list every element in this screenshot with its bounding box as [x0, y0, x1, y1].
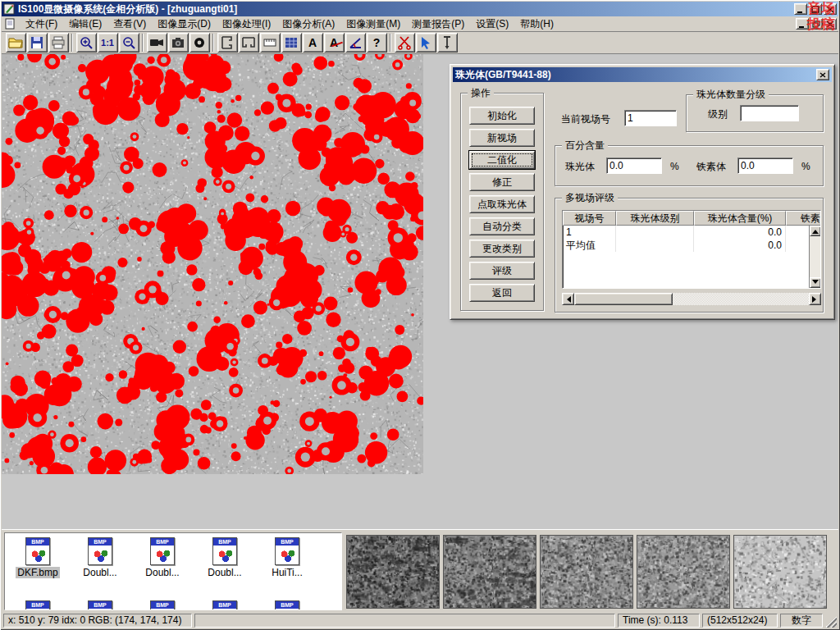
menu-item-image-process[interactable]: 图像处理(I): [217, 16, 276, 33]
binarize-button[interactable]: 二值化: [469, 151, 535, 169]
grade-group-label: 珠光体数量分级: [693, 89, 769, 100]
thumbnail-3[interactable]: [540, 535, 633, 609]
correct-button[interactable]: 修正: [469, 173, 535, 191]
file-item[interactable]: BMP: [131, 600, 194, 610]
file-name[interactable]: DKF.bmp: [16, 567, 59, 578]
actual-size-icon[interactable]: 1:1: [98, 33, 118, 52]
menu-item-view[interactable]: 查看(V): [107, 16, 152, 33]
menu-item-image-analysis[interactable]: 图像分析(A): [276, 16, 340, 33]
change-class-button[interactable]: 更改类别: [469, 240, 535, 258]
auto-classify-button[interactable]: 自动分类: [469, 217, 535, 235]
zoom-in-icon[interactable]: [76, 33, 97, 52]
pick-pearlite-button[interactable]: 点取珠光体: [469, 195, 535, 213]
percent-group-label: 百分含量: [562, 139, 608, 151]
scroll-up-icon[interactable]: [810, 226, 821, 236]
ruler-icon[interactable]: [260, 33, 281, 52]
grid-icon[interactable]: [281, 33, 302, 52]
plumb-ruler-icon[interactable]: [437, 33, 458, 52]
file-name[interactable]: Doubl...: [206, 567, 243, 578]
thumbnail-5[interactable]: [733, 535, 827, 609]
still-camera-icon[interactable]: [168, 33, 189, 52]
pearlite-dialog: 珠光体(GB/T9441-88) 操作 初始化 新视场 二值化 修正 点取珠光体…: [450, 64, 835, 320]
status-mode: 数字: [780, 614, 823, 628]
file-item[interactable]: BMP Doubl...: [194, 537, 256, 578]
metallograph-image[interactable]: [2, 54, 423, 474]
app-icon: [3, 3, 15, 15]
zoom-out-icon[interactable]: [119, 33, 139, 52]
caliper-vertical-icon[interactable]: [239, 33, 259, 52]
thumbnail-1[interactable]: [346, 535, 440, 609]
col-field-number[interactable]: 视场号: [563, 211, 616, 226]
menu-item-image-measure[interactable]: 图像测量(M): [340, 16, 406, 33]
print-icon[interactable]: [48, 33, 69, 52]
workspace: 珠光体(GB/T9441-88) 操作 初始化 新视场 二值化 修正 点取珠光体…: [2, 54, 838, 529]
mdi-restore-button[interactable]: [810, 18, 823, 30]
current-field-input[interactable]: [624, 110, 677, 126]
thumbnail-4[interactable]: [637, 535, 730, 609]
mdi-close-button[interactable]: [824, 18, 837, 30]
pointer-icon[interactable]: [416, 33, 436, 52]
record-icon[interactable]: [189, 33, 210, 52]
col-pearlite-content[interactable]: 珠光体含量(%): [694, 211, 786, 226]
percent-group: 百分含量 珠光体 % 铁素体 %: [555, 145, 824, 186]
scroll-down-icon[interactable]: [810, 277, 821, 288]
toolbar-separator: [212, 34, 214, 52]
file-item[interactable]: BMP HuiTi...: [256, 537, 318, 578]
text-icon[interactable]: A: [303, 33, 323, 52]
ferrite-percent-input[interactable]: [737, 158, 793, 174]
grade-group: 珠光体数量分级 级别: [686, 94, 824, 132]
toolbar-separator: [142, 34, 144, 52]
file-list[interactable]: BMP DKF.bmp BMP Doubl... BMP Doubl... BM…: [4, 532, 342, 610]
video-camera-icon[interactable]: [147, 33, 167, 52]
save-icon[interactable]: [27, 33, 48, 52]
thumbnail-2[interactable]: [443, 535, 536, 609]
table-row[interactable]: 平均值 0.0: [563, 239, 820, 252]
file-item[interactable]: BMP Doubl...: [69, 537, 131, 578]
grade-button[interactable]: 评级: [469, 262, 535, 280]
close-button[interactable]: [824, 3, 837, 15]
return-button[interactable]: 返回: [469, 284, 535, 302]
caliper-icon[interactable]: [217, 33, 238, 52]
file-name[interactable]: Doubl...: [81, 567, 118, 578]
scroll-left-icon[interactable]: [562, 293, 574, 305]
menu-item-settings[interactable]: 设置(S): [470, 16, 514, 33]
file-item[interactable]: BMP: [7, 600, 69, 610]
mdi-minimize-button[interactable]: [796, 18, 809, 30]
file-name[interactable]: HuiTi...: [270, 567, 304, 578]
grade-level-input[interactable]: [740, 105, 799, 121]
resize-grip[interactable]: [825, 616, 837, 628]
table-horizontal-scrollbar[interactable]: [562, 293, 821, 305]
menu-item-edit[interactable]: 编辑(E): [63, 16, 107, 33]
scroll-right-icon[interactable]: [809, 293, 821, 305]
cut-icon[interactable]: [395, 33, 415, 52]
file-item[interactable]: BMP: [194, 600, 256, 610]
file-item-dkf[interactable]: BMP DKF.bmp: [7, 537, 69, 578]
menu-item-measure-report[interactable]: 测量报告(P): [406, 16, 470, 33]
ferrite-label: 铁素体: [696, 160, 726, 173]
maximize-button[interactable]: [809, 3, 822, 15]
menu-item-help[interactable]: 帮助(H): [514, 16, 559, 33]
multi-field-group: 多视场评级 视场号 珠光体级别 珠光体含量(%) 铁素 1 0.0: [555, 198, 824, 313]
text-style-icon[interactable]: A: [324, 33, 345, 52]
file-item[interactable]: BMP: [256, 600, 318, 610]
minimize-button[interactable]: [794, 3, 807, 15]
file-item[interactable]: BMP: [69, 600, 131, 610]
table-vertical-scrollbar[interactable]: [809, 226, 820, 288]
open-folder-icon[interactable]: [6, 33, 26, 52]
dialog-title-bar[interactable]: 珠光体(GB/T9441-88): [453, 67, 832, 82]
scroll-thumb[interactable]: [574, 293, 673, 305]
col-ferrite[interactable]: 铁素: [786, 211, 821, 226]
init-button[interactable]: 初始化: [469, 107, 535, 125]
angle-measure-icon[interactable]: [345, 33, 366, 52]
file-item[interactable]: BMP Doubl...: [131, 537, 194, 578]
new-field-button[interactable]: 新视场: [469, 129, 535, 147]
menu-item-image-display[interactable]: 图像显示(D): [152, 16, 217, 33]
file-name[interactable]: Doubl...: [144, 567, 180, 578]
table-row[interactable]: 1 0.0: [563, 226, 820, 239]
menu-item-file[interactable]: 文件(F): [20, 16, 63, 33]
rating-table[interactable]: 视场号 珠光体级别 珠光体含量(%) 铁素 1 0.0 平均值 0: [562, 210, 821, 289]
help-icon[interactable]: ?: [367, 33, 387, 52]
col-pearlite-grade[interactable]: 珠光体级别: [616, 211, 694, 226]
dialog-close-icon[interactable]: [816, 69, 829, 80]
pearlite-percent-input[interactable]: [606, 158, 662, 174]
